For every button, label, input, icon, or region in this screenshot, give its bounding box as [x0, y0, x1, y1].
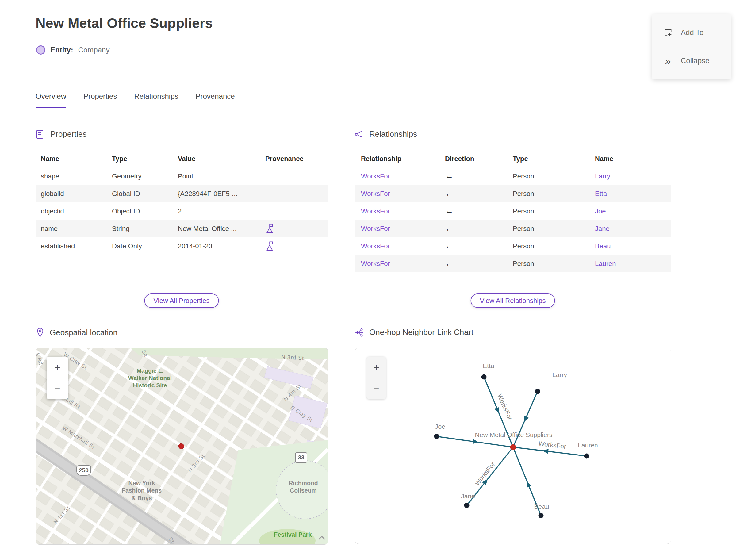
- column-header: Direction: [439, 155, 506, 163]
- prop-value: 2: [173, 207, 260, 215]
- rel-name-link[interactable]: Beau: [588, 242, 671, 250]
- prop-name: shape: [36, 172, 107, 180]
- link-chart-icon: [355, 328, 364, 337]
- tab-provenance[interactable]: Provenance: [196, 92, 235, 108]
- link-chart-svg: [355, 348, 671, 544]
- relationships-table: Relationship Direction Type Name WorksFo…: [355, 151, 671, 272]
- collapse-icon: »: [663, 56, 673, 66]
- relationship-link[interactable]: WorksFor: [355, 242, 439, 250]
- entity-row: Entity: Company: [36, 45, 109, 55]
- actions-panel: Add To » Collapse: [652, 14, 731, 79]
- relationship-link[interactable]: WorksFor: [355, 172, 439, 180]
- table-row: WorksFor ← Person Beau: [355, 237, 671, 255]
- prop-type: Object ID: [107, 207, 173, 215]
- rel-type: Person: [506, 242, 588, 250]
- rel-name-link[interactable]: Lauren: [588, 260, 671, 268]
- rel-name-link[interactable]: Joe: [588, 207, 671, 215]
- tab-bar: Overview Properties Relationships Proven…: [36, 92, 235, 108]
- basemap: [36, 348, 328, 544]
- entity-label: Entity:: [50, 46, 73, 54]
- tab-relationships[interactable]: Relationships: [134, 92, 178, 108]
- tab-properties[interactable]: Properties: [83, 92, 117, 108]
- chart-node[interactable]: [464, 503, 470, 508]
- relationship-link[interactable]: WorksFor: [355, 190, 439, 198]
- prop-name: established: [36, 242, 107, 250]
- chart-node[interactable]: [539, 513, 544, 518]
- direction-arrow: ←: [439, 241, 506, 251]
- rel-name-link[interactable]: Jane: [588, 225, 671, 233]
- table-row: objectid Object ID 2: [36, 202, 328, 220]
- rel-type: Person: [506, 260, 588, 268]
- table-row: shape Geometry Point: [36, 167, 328, 185]
- table-row: globalid Global ID {A228944F-0EF5-...: [36, 185, 328, 202]
- table-row: WorksFor ← Person Larry: [355, 167, 671, 185]
- table-row: WorksFor ← Person Jane: [355, 220, 671, 237]
- map-canvas[interactable]: k RdW Clay StSaN 3rd StMaggie L. Walker …: [36, 348, 328, 545]
- prop-name: objectid: [36, 207, 107, 215]
- column-header: Name: [588, 155, 671, 163]
- zoom-out-button[interactable]: −: [366, 378, 386, 399]
- link-chart-canvas[interactable]: EttaLarryJoeLaurenJaneBeauNew Metal Offi…: [355, 348, 671, 544]
- chart-node[interactable]: [584, 454, 589, 459]
- prop-value: Point: [173, 172, 260, 180]
- rel-type: Person: [506, 190, 588, 198]
- table-row: established Date Only 2014-01-23: [36, 237, 328, 255]
- prop-type: Date Only: [107, 242, 173, 250]
- prop-name: globalid: [36, 190, 107, 198]
- rel-type: Person: [506, 225, 588, 233]
- tab-overview[interactable]: Overview: [36, 92, 66, 108]
- relationship-link[interactable]: WorksFor: [355, 225, 439, 233]
- column-header: Name: [36, 155, 107, 163]
- rel-name-link[interactable]: Etta: [588, 190, 671, 198]
- relationship-link[interactable]: WorksFor: [355, 207, 439, 215]
- table-row: name String New Metal Office ...: [36, 220, 328, 237]
- direction-arrow: ←: [439, 189, 506, 198]
- properties-table-header: Name Type Value Provenance: [36, 151, 328, 167]
- map-pin-icon: [36, 328, 44, 337]
- column-header: Type: [506, 155, 588, 163]
- geospatial-heading-label: Geospatial location: [50, 328, 117, 337]
- properties-table: Name Type Value Provenance shape Geometr…: [36, 151, 328, 255]
- direction-arrow: ←: [439, 259, 506, 268]
- properties-heading: Properties: [36, 129, 87, 139]
- prop-provenance: [260, 224, 328, 234]
- zoom-out-button[interactable]: −: [47, 378, 68, 399]
- rel-type: Person: [506, 207, 588, 215]
- linkchart-heading-label: One-hop Neighbor Link Chart: [369, 328, 473, 337]
- provenance-flag-icon[interactable]: [265, 224, 274, 234]
- prop-value: {A228944F-0EF5-...: [173, 190, 260, 198]
- properties-icon: [36, 130, 45, 139]
- zoom-in-button[interactable]: +: [47, 357, 68, 378]
- linkchart-heading: One-hop Neighbor Link Chart: [355, 328, 473, 337]
- zoom-in-button[interactable]: +: [366, 357, 386, 378]
- view-all-properties-button[interactable]: View All Properties: [144, 293, 219, 308]
- entity-type-icon: [36, 45, 45, 55]
- properties-heading-label: Properties: [50, 129, 87, 139]
- direction-arrow: ←: [439, 224, 506, 233]
- column-header: Relationship: [355, 155, 439, 163]
- add-to-icon: [663, 28, 673, 37]
- chart-node[interactable]: [535, 389, 540, 394]
- direction-arrow: ←: [439, 206, 506, 216]
- relationship-link[interactable]: WorksFor: [355, 260, 439, 268]
- chart-node[interactable]: [434, 434, 439, 439]
- add-to-button[interactable]: Add To: [663, 28, 731, 37]
- entity-type: Company: [78, 46, 110, 54]
- collapse-button[interactable]: » Collapse: [663, 56, 731, 66]
- table-row: WorksFor ← Person Etta: [355, 185, 671, 202]
- relationships-icon: [355, 130, 364, 139]
- chart-center-node[interactable]: [510, 444, 516, 450]
- prop-type: String: [107, 225, 173, 233]
- prop-provenance: [260, 241, 328, 251]
- relationships-heading: Relationships: [355, 129, 417, 139]
- provenance-flag-icon[interactable]: [265, 241, 274, 251]
- geospatial-heading: Geospatial location: [36, 328, 117, 337]
- relationships-heading-label: Relationships: [369, 129, 417, 139]
- chart-node[interactable]: [481, 374, 487, 380]
- add-to-label: Add To: [681, 28, 703, 37]
- view-all-relationships-button[interactable]: View All Relationships: [471, 293, 555, 308]
- prop-value: New Metal Office ...: [173, 225, 260, 233]
- rel-name-link[interactable]: Larry: [588, 172, 671, 180]
- relationships-table-header: Relationship Direction Type Name: [355, 151, 671, 167]
- map-zoom-control: + −: [47, 357, 68, 399]
